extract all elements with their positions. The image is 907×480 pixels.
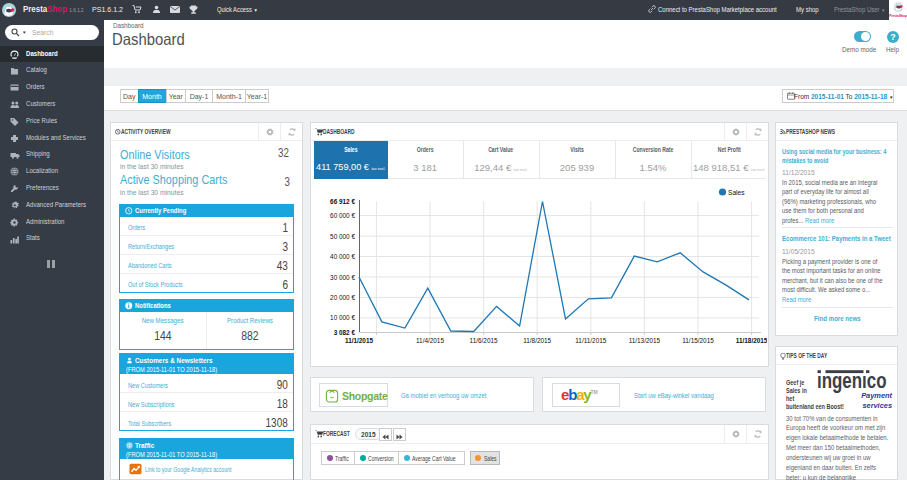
svg-text:11/8/2015: 11/8/2015 [523, 337, 551, 344]
svg-text:10 000 €: 10 000 € [330, 314, 355, 321]
svg-text:20 000 €: 20 000 € [330, 294, 355, 301]
svg-text:40 000 €: 40 000 € [330, 253, 355, 260]
svg-text:11/6/2015: 11/6/2015 [470, 337, 498, 344]
svg-text:Payment: Payment [861, 391, 892, 400]
svg-text:11/1/2015: 11/1/2015 [345, 337, 374, 344]
svg-text:66 912 €: 66 912 € [330, 198, 355, 205]
svg-text:3 082 €: 3 082 € [334, 329, 356, 336]
svg-text:11/11/2015: 11/11/2015 [575, 337, 606, 344]
svg-text:Sales: Sales [728, 189, 745, 196]
svg-text:60 000 €: 60 000 € [330, 212, 355, 219]
svg-text:11/13/2015: 11/13/2015 [629, 337, 661, 344]
svg-text:50 000 €: 50 000 € [330, 233, 355, 240]
svg-text:services: services [862, 401, 892, 410]
svg-text:30 000 €: 30 000 € [330, 274, 355, 281]
svg-text:11/15/2015: 11/15/2015 [682, 337, 714, 344]
svg-text:11/4/2015: 11/4/2015 [416, 337, 444, 344]
svg-text:11/18/2015: 11/18/2015 [736, 337, 767, 344]
